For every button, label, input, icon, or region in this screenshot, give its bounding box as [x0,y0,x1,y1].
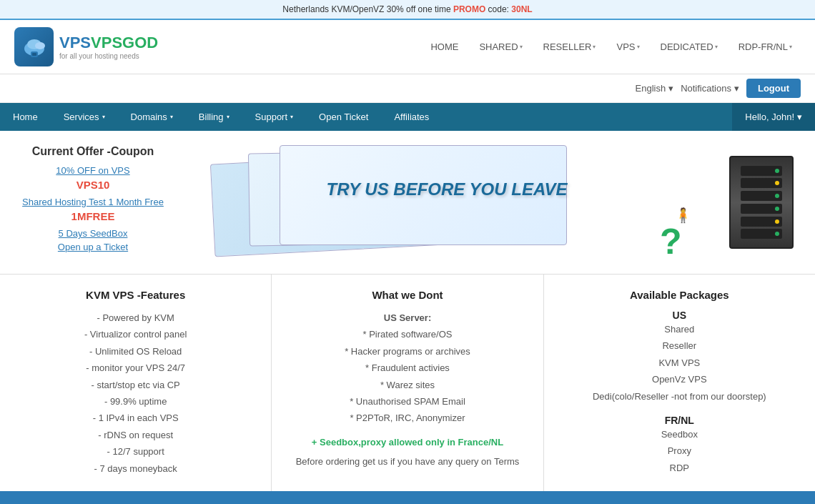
server-drive-5 [741,217,783,227]
kvm-features-list: - Powered by KVM- Virtualizor control pa… [14,310,257,477]
server-drive-1 [741,166,783,176]
main-content: Current Offer -Coupon 10% OFF on VPS VPS… [0,131,815,491]
server-drive-6 [741,229,783,239]
header: VPSVPSGOD for all your hosting needs HOM… [0,20,815,74]
server-led-1 [775,169,779,173]
what-we-dont-col: What we Dont US Server: * Pirated softwa… [272,275,543,491]
promo-banner-area: TRY US BEFORE YOU LEAVE ? 🧍 [186,145,708,260]
dedicated-dropdown-arrow: ▾ [715,44,718,50]
snav-domains[interactable]: Domains ▾ [118,103,186,131]
what-we-dont-subtitle: US Server: [286,310,528,326]
promo-offers: Current Offer -Coupon 10% OFF on VPS VPS… [14,145,172,260]
snav-home[interactable]: Home [0,103,51,131]
offer-title: Current Offer -Coupon [14,145,172,158]
what-we-dont-title: What we Dont [286,289,528,301]
nav-dedicated[interactable]: DEDICATED ▾ [652,37,726,56]
nav-home[interactable]: HOME [422,37,467,56]
promo-text-before: Netherlands KVM/OpenVZ 30% off one time [282,4,453,14]
offer1-code: VPS10 [14,179,172,191]
svg-rect-4 [32,53,36,56]
us-region: US [558,310,801,321]
user-bar: English ▾ Notifications ▾ Logout [0,74,815,103]
promo-label: PROMO [453,4,485,14]
snav-billing[interactable]: Billing ▾ [186,103,242,131]
offer2-code: 1MFREE [14,210,172,222]
what-we-dont-list: * Pirated software/OS* Hacker programs o… [286,326,528,426]
support-arrow: ▾ [290,114,293,120]
kvm-features-col: KVM VPS -Features - Powered by KVM- Virt… [0,275,272,491]
server-led-5 [775,219,779,224]
snav-services[interactable]: Services ▾ [51,103,118,131]
server-icon [729,156,794,249]
language-selector[interactable]: English ▾ [636,83,674,94]
frnl-region: FR/NL [558,415,801,426]
available-packages-col: Available Packages US SharedResellerKVM … [544,275,815,491]
available-packages-title: Available Packages [558,289,801,301]
terms-note: Before ordering get us if you have any q… [286,453,528,470]
nav-rdp[interactable]: RDP-FR/NL ▾ [730,37,801,56]
promo-code: 30NL [511,4,532,14]
server-led-3 [775,194,779,198]
info-columns: KVM VPS -Features - Powered by KVM- Virt… [0,274,815,491]
snav-support[interactable]: Support ▾ [242,103,307,131]
snav-affiliates[interactable]: Affiliates [381,103,442,131]
snav-hello-user[interactable]: Hello, John! ▾ [732,103,815,131]
vps-dropdown-arrow: ▾ [637,44,640,50]
notifications-button[interactable]: Notifications ▾ [681,83,739,94]
shared-dropdown-arrow: ▾ [520,44,523,50]
server-graphic [722,145,801,260]
try-us-banner-text: TRY US BEFORE YOU LEAVE [186,179,708,199]
logo-tagline: for all your hosting needs [59,52,158,60]
seedbox-note: + Seedbox,proxy allowed only in France/N… [286,434,528,450]
language-arrow: ▾ [668,83,673,94]
offer1-link[interactable]: 10% OFF on VPS [14,165,172,176]
promo-text-middle: code: [485,4,511,14]
domains-arrow: ▾ [170,114,173,120]
offer3-link[interactable]: 5 Days SeedBox [14,228,172,239]
offer2-link[interactable]: Shared Hosting Test 1 Month Free [14,197,172,207]
reseller-dropdown-arrow: ▾ [593,44,596,50]
us-packages: SharedResellerKVM VPSOpenVz VPSDedi(colo… [558,321,801,405]
notifications-arrow: ▾ [734,83,739,94]
rdp-dropdown-arrow: ▾ [789,44,792,50]
frnl-packages: SeedboxProxyRDP [558,426,801,476]
nav-shared[interactable]: SHARED ▾ [470,37,530,56]
snav-open-ticket[interactable]: Open Ticket [306,103,381,131]
promo-section: Current Offer -Coupon 10% OFF on VPS VPS… [0,131,815,274]
svg-point-2 [35,42,45,49]
server-drive-3 [741,191,783,201]
server-drive-4 [741,204,783,214]
logo[interactable]: VPSVPSGOD for all your hosting needs [14,27,158,66]
main-nav: HOME SHARED ▾ RESELLER ▾ VPS ▾ DEDICATED… [422,37,801,56]
logo-icon [14,27,54,66]
server-drive-2 [741,178,783,188]
services-arrow: ▾ [102,114,105,120]
server-led-6 [775,232,779,236]
nav-vps[interactable]: VPS ▾ [608,37,648,56]
domain-section: Begin the search for your perfect domain… [0,491,815,504]
kvm-features-title: KVM VPS -Features [14,289,257,301]
server-led-2 [775,181,779,185]
notifications-label: Notifications [681,83,731,94]
hello-user-arrow: ▾ [797,112,802,122]
language-label: English [636,83,666,94]
promo-bar: Netherlands KVM/OpenVZ 30% off one time … [0,0,815,20]
logout-button[interactable]: Logout [746,79,801,98]
billing-arrow: ▾ [227,114,229,120]
nav-reseller[interactable]: RESELLER ▾ [535,37,605,56]
logo-name: VPSVPSGOD [59,34,158,52]
domain-search-section: Begin the search for your perfect domain… [0,491,815,504]
server-led-4 [775,207,779,211]
offer3-extra[interactable]: Open up a Ticket [14,242,172,252]
secondary-nav: Home Services ▾ Domains ▾ Billing ▾ Supp… [0,103,815,131]
